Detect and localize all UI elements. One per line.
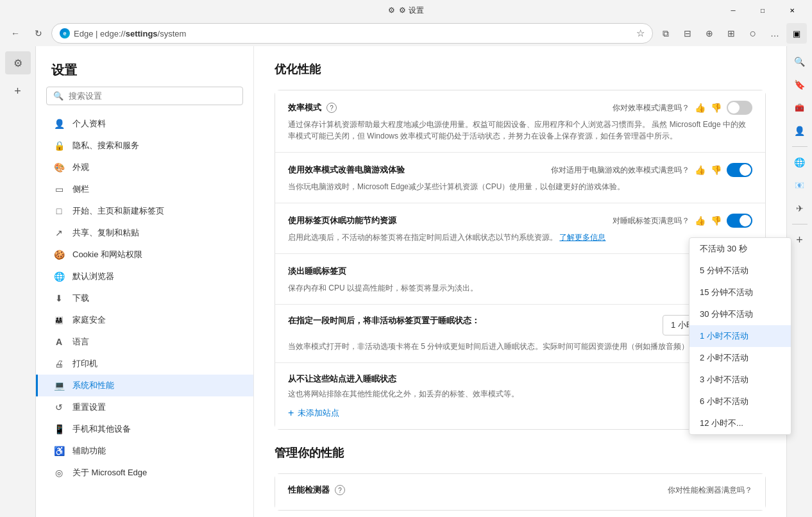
dropdown-item-1h[interactable]: 1 小时不活动 (689, 325, 791, 347)
sleep-after-title: 在指定一段时间后，将非活动标签页置于睡眠状态： (288, 315, 480, 326)
back-button[interactable]: ← (5, 23, 26, 44)
right-tools-button[interactable]: 🧰 (790, 97, 810, 118)
tab-panel-settings-icon[interactable]: ⚙ (5, 51, 31, 74)
gaming-thumb-down[interactable]: 👎 (711, 165, 722, 175)
sidebar-item-accessibility-label: 辅助功能 (72, 445, 106, 457)
right-sidebar-separator (792, 146, 808, 147)
dropdown-item-5m[interactable]: 5 分钟不活动 (689, 260, 791, 282)
right-profile-button[interactable]: 👤 (790, 121, 810, 141)
efficiency-thumb-down[interactable]: 👎 (711, 103, 722, 113)
sidebar-item-language[interactable]: A 语言 (36, 331, 253, 353)
settings-title: 设置 (36, 56, 253, 87)
title-bar-controls: ─ □ ✕ (718, 0, 807, 21)
performance-detector-title: 性能检测器 (288, 484, 330, 496)
sidebar-item-mobile[interactable]: 📱 手机和其他设备 (36, 418, 253, 440)
maximize-button[interactable]: □ (748, 0, 777, 21)
right-sidebar-separator2 (792, 224, 808, 225)
sidebar-item-reset[interactable]: ↺ 重置设置 (36, 396, 253, 418)
sleep-after-desc: 当效率模式打开时，非活动选项卡将在 5 分钟或更短时间后进入睡眠状态。实际时间可… (288, 341, 752, 352)
newtab-icon: □ (53, 205, 65, 217)
gaming-efficiency-item: 使用效率模式改善电脑游戏体验 你对适用于电脑游戏的效率模式满意吗？ 👍 👎 当你… (275, 153, 765, 203)
profile-button[interactable]: ○ (743, 23, 763, 44)
sleep-tabs-title: 使用标签页休眠功能节约资源 (288, 215, 396, 226)
mobile-icon: 📱 (53, 423, 65, 435)
sidebar-item-profile[interactable]: 👤 个人资料 (36, 113, 253, 135)
manage-section: 管理你的性能 性能检测器 ? 你对性能检测器满意吗？ (275, 445, 766, 511)
efficiency-toggle[interactable] (727, 101, 752, 115)
sidebar-item-mobile-label: 手机和其他设备 (72, 423, 131, 435)
privacy-icon: 🔒 (53, 140, 65, 151)
search-box[interactable]: 🔍 (46, 87, 243, 105)
printer-icon: 🖨 (53, 358, 65, 369)
performance-detector-right: 你对性能检测器满意吗？ (668, 485, 752, 496)
sleep-satisfaction-text: 对睡眠标签页满意吗？ (613, 216, 689, 226)
split-button[interactable]: ⧉ (656, 23, 676, 44)
dropdown-item-12h[interactable]: 12 小时不... (689, 412, 791, 434)
sidebar-item-downloads[interactable]: ⬇ 下载 (36, 287, 253, 309)
tab-panel-add-button[interactable]: + (5, 80, 31, 103)
fade-tabs-left: 淡出睡眠标签页 (288, 266, 346, 277)
sidebar-item-printer[interactable]: 🖨 打印机 (36, 353, 253, 375)
right-bookmark-button[interactable]: 🔖 (790, 74, 810, 95)
gaming-satisfaction-text: 你对适用于电脑游戏的效率模式满意吗？ (551, 165, 689, 176)
collect-button[interactable]: ⊕ (699, 23, 720, 44)
edge-logo-icon: e (60, 28, 70, 38)
sidebar-item-system[interactable]: 💻 系统和性能 (36, 375, 253, 396)
sleep-thumb-down[interactable]: 👎 (711, 216, 722, 226)
refresh-button[interactable]: ↻ (28, 23, 49, 44)
efficiency-mode-left: 效率模式 ? (288, 102, 337, 114)
sleep-after-header: 在指定一段时间后，将非活动标签页置于睡眠状态： 1 小时不活动 ▼ (288, 315, 752, 335)
add-site-button[interactable]: + 未添加站点 (288, 407, 339, 419)
sidebar-item-newtab[interactable]: □ 开始、主页和新建标签页 (36, 200, 253, 222)
sidebar-item-share[interactable]: ↗ 共享、复制和粘贴 (36, 222, 253, 244)
sidebar-item-language-label: 语言 (72, 336, 89, 348)
dropdown-item-15m[interactable]: 15 分钟不活动 (689, 282, 791, 303)
right-telegram-button[interactable]: ✈ (790, 198, 810, 219)
sidebar-item-browser[interactable]: 🌐 默认浏览器 (36, 266, 253, 287)
right-search-button[interactable]: 🔍 (790, 51, 810, 72)
fade-tabs-header: 淡出睡眠标签页 (288, 264, 752, 278)
sidebar-item-cookies[interactable]: 🍪 Cookie 和网站权限 (36, 244, 253, 266)
toolbar-right: ⧉ ⊟ ⊕ ⊞ ○ … ▣ (656, 23, 807, 44)
dropdown-item-6h[interactable]: 6 小时不活动 (689, 391, 791, 412)
performance-detector-left: 性能检测器 ? (288, 484, 345, 496)
sidebar-item-privacy-label: 隐私、搜索和服务 (72, 140, 139, 151)
extension-button[interactable]: ⊞ (721, 23, 741, 44)
search-input[interactable] (69, 91, 236, 101)
dropdown-item-30s[interactable]: 不活动 30 秒 (689, 238, 791, 260)
reset-icon: ↺ (53, 402, 65, 413)
manage-card: 性能检测器 ? 你对性能检测器满意吗？ (275, 473, 766, 511)
sidebar-item-about-label: 关于 Microsoft Edge (72, 467, 147, 479)
right-earth-button[interactable]: 🌐 (790, 152, 810, 173)
gaming-thumb-up[interactable]: 👍 (695, 165, 706, 175)
favorite-icon[interactable]: ☆ (636, 28, 645, 39)
sidebar-item-privacy[interactable]: 🔒 隐私、搜索和服务 (36, 135, 253, 157)
title-bar-text: ⚙ 设置 (399, 5, 423, 16)
sidebar-item-appearance[interactable]: 🎨 外观 (36, 157, 253, 178)
sleep-thumb-up[interactable]: 👍 (695, 216, 706, 226)
dropdown-item-30m[interactable]: 30 分钟不活动 (689, 303, 791, 325)
sleep-toggle[interactable] (727, 214, 752, 228)
dropdown-item-3h[interactable]: 3 小时不活动 (689, 369, 791, 391)
efficiency-help-icon[interactable]: ? (326, 103, 337, 113)
performance-help-icon[interactable]: ? (335, 485, 345, 495)
efficiency-thumb-up[interactable]: 👍 (695, 103, 706, 113)
sleep-tabs-learn-more-link[interactable]: 了解更多信息 (559, 233, 605, 242)
address-bar[interactable]: e Edge | edge://settings/system ☆ (51, 23, 653, 44)
sidebar-item-family[interactable]: 👨‍👩‍👧 家庭安全 (36, 309, 253, 331)
sidebar-item-about[interactable]: ◎ 关于 Microsoft Edge (36, 462, 253, 484)
sidebar-item-sidebar[interactable]: ▭ 侧栏 (36, 178, 253, 200)
sidebar-item-accessibility[interactable]: ♿ 辅助功能 (36, 440, 253, 462)
sleep-tabs-left: 使用标签页休眠功能节约资源 (288, 215, 396, 226)
close-button[interactable]: ✕ (777, 0, 807, 21)
settings-sidebar: 设置 🔍 👤 个人资料 🔒 隐私、搜索和服务 🎨 外观 ▭ 侧栏 (36, 46, 254, 517)
minimize-button[interactable]: ─ (718, 0, 748, 21)
read-button[interactable]: ⊟ (677, 23, 698, 44)
dropdown-item-2h[interactable]: 2 小时不活动 (689, 347, 791, 369)
sidebar-item-appearance-label: 外观 (72, 162, 89, 173)
sidebar-toggle-button[interactable]: ▣ (786, 23, 807, 44)
right-outlook-button[interactable]: 📧 (790, 175, 810, 196)
right-add-button[interactable]: + (790, 230, 810, 250)
more-button[interactable]: … (765, 23, 785, 44)
gaming-toggle[interactable] (727, 163, 752, 177)
